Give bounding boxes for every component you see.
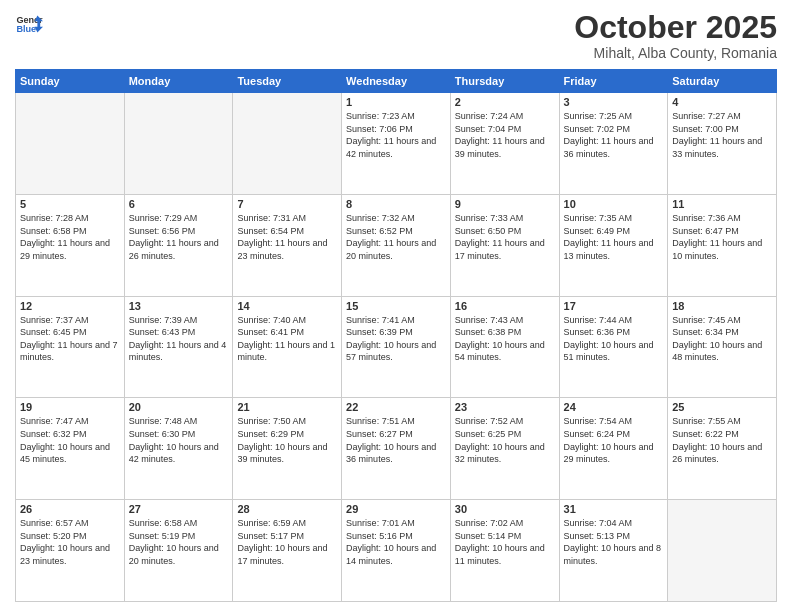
page: General Blue October 2025 Mihalt, Alba C… bbox=[0, 0, 792, 612]
day-number: 17 bbox=[564, 300, 664, 312]
day-info: Sunrise: 7:01 AM Sunset: 5:16 PM Dayligh… bbox=[346, 517, 446, 567]
day-info: Sunrise: 7:45 AM Sunset: 6:34 PM Dayligh… bbox=[672, 314, 772, 364]
day-info: Sunrise: 7:29 AM Sunset: 6:56 PM Dayligh… bbox=[129, 212, 229, 262]
calendar-cell bbox=[16, 93, 125, 195]
day-info: Sunrise: 7:33 AM Sunset: 6:50 PM Dayligh… bbox=[455, 212, 555, 262]
calendar-cell: 24Sunrise: 7:54 AM Sunset: 6:24 PM Dayli… bbox=[559, 398, 668, 500]
day-number: 15 bbox=[346, 300, 446, 312]
calendar-week-2: 5Sunrise: 7:28 AM Sunset: 6:58 PM Daylig… bbox=[16, 194, 777, 296]
day-number: 23 bbox=[455, 401, 555, 413]
day-info: Sunrise: 6:59 AM Sunset: 5:17 PM Dayligh… bbox=[237, 517, 337, 567]
day-info: Sunrise: 7:39 AM Sunset: 6:43 PM Dayligh… bbox=[129, 314, 229, 364]
calendar-cell: 14Sunrise: 7:40 AM Sunset: 6:41 PM Dayli… bbox=[233, 296, 342, 398]
day-info: Sunrise: 7:24 AM Sunset: 7:04 PM Dayligh… bbox=[455, 110, 555, 160]
day-info: Sunrise: 7:50 AM Sunset: 6:29 PM Dayligh… bbox=[237, 415, 337, 465]
calendar-cell: 23Sunrise: 7:52 AM Sunset: 6:25 PM Dayli… bbox=[450, 398, 559, 500]
day-number: 21 bbox=[237, 401, 337, 413]
day-number: 27 bbox=[129, 503, 229, 515]
day-info: Sunrise: 7:48 AM Sunset: 6:30 PM Dayligh… bbox=[129, 415, 229, 465]
calendar-cell: 27Sunrise: 6:58 AM Sunset: 5:19 PM Dayli… bbox=[124, 500, 233, 602]
day-number: 1 bbox=[346, 96, 446, 108]
day-info: Sunrise: 6:57 AM Sunset: 5:20 PM Dayligh… bbox=[20, 517, 120, 567]
day-number: 5 bbox=[20, 198, 120, 210]
calendar-cell: 22Sunrise: 7:51 AM Sunset: 6:27 PM Dayli… bbox=[342, 398, 451, 500]
day-info: Sunrise: 7:27 AM Sunset: 7:00 PM Dayligh… bbox=[672, 110, 772, 160]
calendar-cell: 11Sunrise: 7:36 AM Sunset: 6:47 PM Dayli… bbox=[668, 194, 777, 296]
calendar-cell: 28Sunrise: 6:59 AM Sunset: 5:17 PM Dayli… bbox=[233, 500, 342, 602]
calendar-cell: 3Sunrise: 7:25 AM Sunset: 7:02 PM Daylig… bbox=[559, 93, 668, 195]
calendar-cell: 4Sunrise: 7:27 AM Sunset: 7:00 PM Daylig… bbox=[668, 93, 777, 195]
day-info: Sunrise: 7:28 AM Sunset: 6:58 PM Dayligh… bbox=[20, 212, 120, 262]
calendar-cell: 16Sunrise: 7:43 AM Sunset: 6:38 PM Dayli… bbox=[450, 296, 559, 398]
calendar-cell bbox=[124, 93, 233, 195]
calendar-cell: 12Sunrise: 7:37 AM Sunset: 6:45 PM Dayli… bbox=[16, 296, 125, 398]
calendar-cell: 25Sunrise: 7:55 AM Sunset: 6:22 PM Dayli… bbox=[668, 398, 777, 500]
day-info: Sunrise: 7:02 AM Sunset: 5:14 PM Dayligh… bbox=[455, 517, 555, 567]
calendar-cell: 7Sunrise: 7:31 AM Sunset: 6:54 PM Daylig… bbox=[233, 194, 342, 296]
day-number: 19 bbox=[20, 401, 120, 413]
logo-icon: General Blue bbox=[15, 10, 43, 38]
svg-text:Blue: Blue bbox=[16, 24, 36, 34]
day-number: 4 bbox=[672, 96, 772, 108]
calendar-cell: 31Sunrise: 7:04 AM Sunset: 5:13 PM Dayli… bbox=[559, 500, 668, 602]
calendar-header-tuesday: Tuesday bbox=[233, 70, 342, 93]
day-info: Sunrise: 7:47 AM Sunset: 6:32 PM Dayligh… bbox=[20, 415, 120, 465]
day-info: Sunrise: 7:55 AM Sunset: 6:22 PM Dayligh… bbox=[672, 415, 772, 465]
title-block: October 2025 Mihalt, Alba County, Romani… bbox=[574, 10, 777, 61]
day-number: 22 bbox=[346, 401, 446, 413]
day-info: Sunrise: 7:32 AM Sunset: 6:52 PM Dayligh… bbox=[346, 212, 446, 262]
day-number: 16 bbox=[455, 300, 555, 312]
calendar-header-friday: Friday bbox=[559, 70, 668, 93]
day-info: Sunrise: 7:36 AM Sunset: 6:47 PM Dayligh… bbox=[672, 212, 772, 262]
day-number: 12 bbox=[20, 300, 120, 312]
day-number: 29 bbox=[346, 503, 446, 515]
calendar-week-1: 1Sunrise: 7:23 AM Sunset: 7:06 PM Daylig… bbox=[16, 93, 777, 195]
day-info: Sunrise: 7:41 AM Sunset: 6:39 PM Dayligh… bbox=[346, 314, 446, 364]
day-info: Sunrise: 7:25 AM Sunset: 7:02 PM Dayligh… bbox=[564, 110, 664, 160]
calendar-cell: 30Sunrise: 7:02 AM Sunset: 5:14 PM Dayli… bbox=[450, 500, 559, 602]
calendar-header-thursday: Thursday bbox=[450, 70, 559, 93]
calendar-cell: 6Sunrise: 7:29 AM Sunset: 6:56 PM Daylig… bbox=[124, 194, 233, 296]
day-number: 14 bbox=[237, 300, 337, 312]
day-number: 11 bbox=[672, 198, 772, 210]
calendar-header-wednesday: Wednesday bbox=[342, 70, 451, 93]
day-number: 26 bbox=[20, 503, 120, 515]
day-info: Sunrise: 7:44 AM Sunset: 6:36 PM Dayligh… bbox=[564, 314, 664, 364]
calendar-cell: 2Sunrise: 7:24 AM Sunset: 7:04 PM Daylig… bbox=[450, 93, 559, 195]
calendar-table: SundayMondayTuesdayWednesdayThursdayFrid… bbox=[15, 69, 777, 602]
location-title: Mihalt, Alba County, Romania bbox=[574, 45, 777, 61]
calendar-cell: 17Sunrise: 7:44 AM Sunset: 6:36 PM Dayli… bbox=[559, 296, 668, 398]
calendar-header-sunday: Sunday bbox=[16, 70, 125, 93]
day-info: Sunrise: 7:52 AM Sunset: 6:25 PM Dayligh… bbox=[455, 415, 555, 465]
day-number: 6 bbox=[129, 198, 229, 210]
calendar-cell: 20Sunrise: 7:48 AM Sunset: 6:30 PM Dayli… bbox=[124, 398, 233, 500]
day-number: 8 bbox=[346, 198, 446, 210]
day-number: 7 bbox=[237, 198, 337, 210]
calendar-week-3: 12Sunrise: 7:37 AM Sunset: 6:45 PM Dayli… bbox=[16, 296, 777, 398]
calendar-cell: 1Sunrise: 7:23 AM Sunset: 7:06 PM Daylig… bbox=[342, 93, 451, 195]
calendar-cell: 10Sunrise: 7:35 AM Sunset: 6:49 PM Dayli… bbox=[559, 194, 668, 296]
header: General Blue October 2025 Mihalt, Alba C… bbox=[15, 10, 777, 61]
month-title: October 2025 bbox=[574, 10, 777, 45]
day-number: 18 bbox=[672, 300, 772, 312]
calendar-cell: 19Sunrise: 7:47 AM Sunset: 6:32 PM Dayli… bbox=[16, 398, 125, 500]
calendar-header-row: SundayMondayTuesdayWednesdayThursdayFrid… bbox=[16, 70, 777, 93]
calendar-cell: 29Sunrise: 7:01 AM Sunset: 5:16 PM Dayli… bbox=[342, 500, 451, 602]
day-number: 3 bbox=[564, 96, 664, 108]
day-info: Sunrise: 7:37 AM Sunset: 6:45 PM Dayligh… bbox=[20, 314, 120, 364]
day-number: 2 bbox=[455, 96, 555, 108]
calendar-cell: 21Sunrise: 7:50 AM Sunset: 6:29 PM Dayli… bbox=[233, 398, 342, 500]
calendar-cell: 5Sunrise: 7:28 AM Sunset: 6:58 PM Daylig… bbox=[16, 194, 125, 296]
calendar-cell: 13Sunrise: 7:39 AM Sunset: 6:43 PM Dayli… bbox=[124, 296, 233, 398]
day-number: 20 bbox=[129, 401, 229, 413]
calendar-header-monday: Monday bbox=[124, 70, 233, 93]
day-info: Sunrise: 7:51 AM Sunset: 6:27 PM Dayligh… bbox=[346, 415, 446, 465]
day-number: 9 bbox=[455, 198, 555, 210]
day-number: 24 bbox=[564, 401, 664, 413]
calendar-cell: 26Sunrise: 6:57 AM Sunset: 5:20 PM Dayli… bbox=[16, 500, 125, 602]
logo: General Blue bbox=[15, 10, 43, 38]
day-info: Sunrise: 7:35 AM Sunset: 6:49 PM Dayligh… bbox=[564, 212, 664, 262]
day-info: Sunrise: 7:04 AM Sunset: 5:13 PM Dayligh… bbox=[564, 517, 664, 567]
calendar-week-4: 19Sunrise: 7:47 AM Sunset: 6:32 PM Dayli… bbox=[16, 398, 777, 500]
calendar-week-5: 26Sunrise: 6:57 AM Sunset: 5:20 PM Dayli… bbox=[16, 500, 777, 602]
